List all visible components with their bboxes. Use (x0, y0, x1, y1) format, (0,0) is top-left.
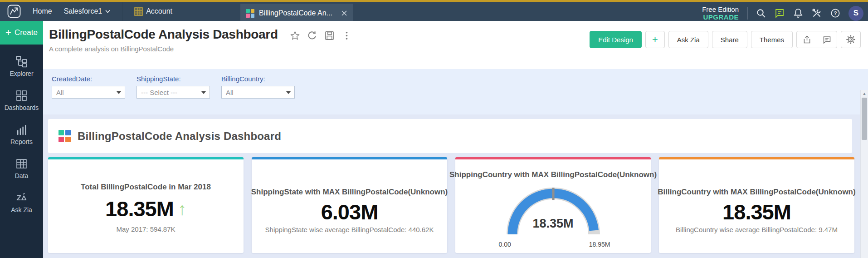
page-title: BillingPostalCode Analysis Dashboard (49, 27, 278, 42)
kpi-value: 18.35M (722, 201, 791, 223)
themes-button[interactable]: Themes (751, 31, 793, 48)
dashboard-title: BillingPostalCode Analysis Dashboard (78, 130, 281, 143)
gauge-min-label: 0.00 (499, 241, 511, 248)
comments-button[interactable] (817, 31, 837, 48)
dropdown-caret-icon (201, 91, 206, 94)
feedback-chat-icon[interactable] (774, 8, 785, 19)
sidebar-item-label: Reports (10, 138, 33, 145)
avatar-initial: S (853, 9, 858, 18)
help-icon[interactable]: ? (830, 8, 841, 19)
filter-bar: CreatedDate: All ShippingState: --- Sele… (43, 69, 868, 114)
chevron-down-icon (105, 10, 110, 13)
sidebar-item-ask-zia[interactable]: Ask Zia (0, 192, 43, 213)
edit-design-button[interactable]: Edit Design (590, 31, 642, 48)
refresh-icon[interactable] (307, 30, 317, 41)
kpi-card-billingcountry-max[interactable]: BillingCountry with MAX BillingPostalCod… (659, 157, 854, 253)
gauge-card-shippingcountry-max[interactable]: ShippingCountry with MAX BillingPostalCo… (455, 157, 651, 253)
top-bar: Home Salesforce1 Account BillingPostalCo… (0, 0, 868, 21)
topbar-divider (122, 2, 122, 21)
app-window: Home Salesforce1 Account BillingPostalCo… (0, 0, 868, 258)
kpi-subtext: BillingCountry wise average BillingPosta… (676, 226, 838, 233)
billing-country-dropdown[interactable]: All (221, 86, 295, 99)
notifications-bell-icon[interactable] (793, 8, 804, 19)
ask-zia-icon (15, 192, 28, 204)
created-date-dropdown[interactable]: All (52, 86, 125, 99)
dashboards-icon (15, 89, 28, 102)
upgrade-link[interactable]: UPGRADE (702, 13, 739, 21)
active-dashboard-tab[interactable]: BillingPostalCode An... (240, 4, 353, 23)
dropdown-caret-icon (117, 91, 121, 94)
gauge-value: 18.35M (501, 217, 606, 231)
filter-label: CreatedDate: (52, 75, 125, 83)
user-avatar[interactable]: S (848, 6, 863, 21)
create-button[interactable]: + Create (0, 21, 43, 45)
kpi-card-shippingstate-max[interactable]: ShippingState with MAX BillingPostalCode… (252, 157, 447, 253)
data-table-icon (15, 158, 28, 170)
svg-text:?: ? (834, 10, 837, 16)
main-area: BillingPostalCode Analysis Dashboard A c… (43, 21, 868, 258)
shipping-state-dropdown[interactable]: --- Select --- (137, 86, 210, 99)
filter-created-date: CreatedDate: All (52, 75, 125, 99)
sidebar-item-reports[interactable]: Reports (0, 124, 43, 145)
filter-label: BillingCountry: (221, 75, 295, 83)
sidebar-item-data[interactable]: Data (0, 158, 43, 179)
tools-icon[interactable] (811, 8, 822, 19)
kpi-subtext: ShippingState wise average BillingPostal… (265, 226, 434, 233)
dropdown-value: All (226, 89, 234, 96)
share-button[interactable]: Share (712, 31, 747, 48)
kpi-card-total-billingpostalcode[interactable]: Total BillingPostalCode in Mar 2018 18.3… (48, 157, 244, 253)
dashboard-icon (59, 130, 71, 142)
favorite-star-icon[interactable] (290, 30, 300, 41)
widget-row: Total BillingPostalCode in Mar 2018 18.3… (48, 157, 854, 253)
widget-title: ShippingCountry with MAX BillingPostalCo… (449, 170, 657, 179)
more-options-kebab-icon[interactable] (341, 30, 352, 41)
table-grid-icon (134, 7, 143, 16)
free-edition-label: Free Edition (702, 5, 739, 13)
filter-shipping-state: ShippingState: --- Select --- (137, 75, 210, 99)
add-widget-button[interactable]: + (645, 31, 665, 48)
ask-zia-button[interactable]: Ask Zia (668, 31, 708, 48)
reports-icon (15, 124, 28, 136)
dashboard-canvas: BillingPostalCode Analysis Dashboard Tot… (43, 114, 868, 258)
gauge-chart: 18.35M 0.00 18.95M (501, 184, 606, 238)
save-icon[interactable] (324, 30, 335, 41)
account-tab[interactable]: Account (134, 7, 172, 16)
home-link[interactable]: Home (33, 7, 52, 15)
kpi-subtext: May 2017: 594.87K (116, 225, 175, 233)
widget-title: ShippingState with MAX BillingPostalCode… (251, 188, 448, 197)
create-label: Create (15, 28, 38, 37)
gauge-max-label: 18.95M (589, 241, 610, 248)
kpi-value: 6.03M (321, 201, 378, 223)
sidebar-item-label: Data (15, 172, 29, 179)
sidebar-item-label: Explorer (10, 70, 33, 77)
widget-title: Total BillingPostalCode in Mar 2018 (81, 183, 211, 192)
settings-button[interactable] (841, 31, 861, 48)
sidebar-item-explorer[interactable]: Explorer (0, 55, 43, 77)
header-icon-group (796, 31, 837, 48)
dropdown-value: All (56, 89, 64, 96)
filter-billing-country: BillingCountry: All (221, 75, 295, 99)
plus-icon: + (5, 28, 11, 38)
scrollbar-thumb[interactable] (862, 98, 867, 140)
close-tab-icon[interactable] (341, 10, 347, 16)
scrollbar-up-arrow[interactable]: ▲ (861, 91, 868, 96)
page-header: BillingPostalCode Analysis Dashboard A c… (43, 21, 868, 69)
dropdown-caret-icon (286, 91, 291, 94)
widget-title: BillingCountry with MAX BillingPostalCod… (658, 188, 855, 197)
sidebar-item-dashboards[interactable]: Dashboards (0, 89, 43, 111)
export-button[interactable] (797, 31, 817, 48)
vertical-scrollbar[interactable]: ▲ (860, 90, 868, 258)
analytics-logo-icon[interactable] (7, 5, 21, 18)
search-icon[interactable] (756, 8, 766, 19)
gear-icon (846, 35, 856, 45)
comment-icon (822, 35, 832, 45)
export-icon (802, 35, 812, 45)
dashboard-tab-icon (246, 9, 254, 18)
sidebar-item-label: Ask Zia (11, 206, 32, 213)
tab-title: BillingPostalCode An... (259, 9, 336, 17)
filter-label: ShippingState: (137, 75, 210, 83)
sidebar-item-label: Dashboards (5, 104, 39, 111)
workspace-switcher[interactable]: Salesforce1 (64, 7, 111, 15)
home-label: Home (33, 7, 52, 15)
workspace-label: Salesforce1 (64, 7, 102, 15)
